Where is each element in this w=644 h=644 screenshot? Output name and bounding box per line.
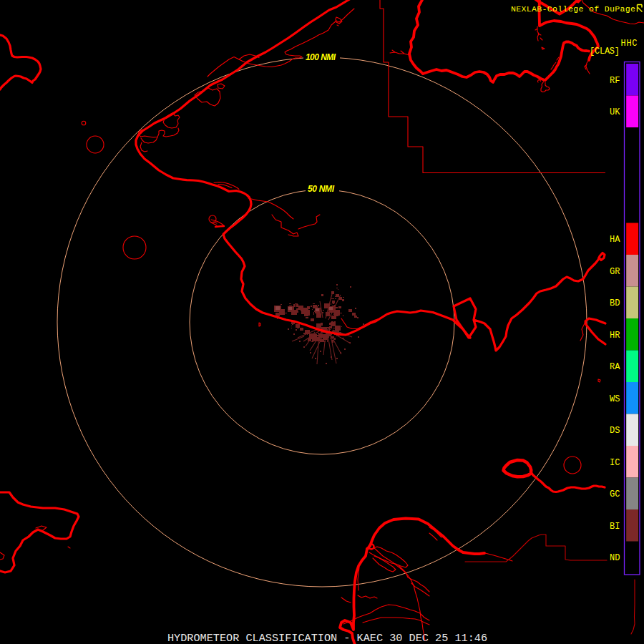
svg-text:IC: IC bbox=[610, 458, 620, 468]
svg-text:HR: HR bbox=[610, 331, 620, 341]
svg-text:GR: GR bbox=[610, 267, 620, 277]
svg-text:GC: GC bbox=[610, 489, 620, 499]
svg-text:RF: RF bbox=[610, 76, 620, 86]
svg-text:DS: DS bbox=[610, 426, 620, 436]
svg-text:HHC: HHC bbox=[621, 39, 638, 49]
svg-text:BI: BI bbox=[610, 522, 620, 532]
svg-text:50 NMI: 50 NMI bbox=[308, 184, 335, 194]
svg-text:100 NMI: 100 NMI bbox=[306, 52, 336, 62]
svg-text:[CLAS]: [CLAS] bbox=[590, 47, 620, 57]
svg-text:UK: UK bbox=[610, 107, 620, 117]
svg-text:HA: HA bbox=[610, 235, 620, 245]
svg-text:BD: BD bbox=[610, 298, 620, 308]
svg-text:NEXLAB-College of DuPage: NEXLAB-College of DuPage bbox=[511, 4, 635, 14]
svg-text:WS: WS bbox=[610, 394, 620, 404]
svg-text:RA: RA bbox=[610, 362, 620, 372]
svg-text:ND: ND bbox=[610, 553, 620, 563]
svg-text:HYDROMETEOR CLASSIFICATION - K: HYDROMETEOR CLASSIFICATION - KAEC 30 DEC… bbox=[167, 632, 487, 644]
